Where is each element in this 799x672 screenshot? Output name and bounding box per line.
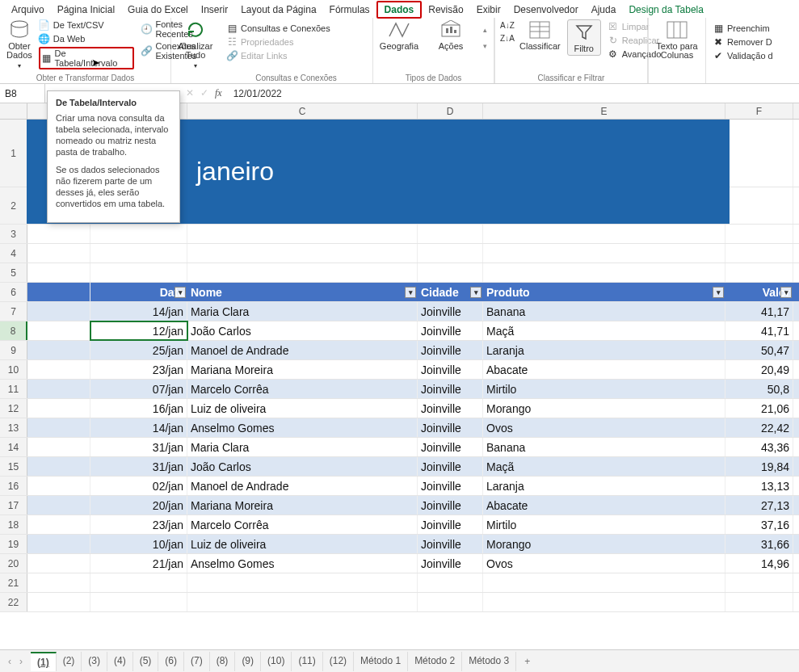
cell-valor[interactable]: 14,96 xyxy=(725,554,793,573)
cell-data[interactable]: 21/jan xyxy=(90,554,187,573)
sheet-tab[interactable]: (7) xyxy=(184,652,210,671)
cell-data[interactable]: 02/jan xyxy=(90,477,187,495)
tab-revisao[interactable]: Revisão xyxy=(422,2,469,17)
col-header-f[interactable]: F xyxy=(725,103,793,119)
row-header[interactable]: 19 xyxy=(0,535,27,553)
cell-cidade[interactable]: Joinville xyxy=(418,554,483,573)
cell-data[interactable]: 10/jan xyxy=(90,535,187,553)
cell-produto[interactable]: Mirtilo xyxy=(483,515,725,534)
cell-cidade[interactable]: Joinville xyxy=(418,380,483,398)
sheet-tab[interactable]: Método 2 xyxy=(408,652,462,671)
cell-valor[interactable]: 50,8 xyxy=(725,380,793,398)
cell-empty[interactable] xyxy=(90,263,187,282)
cell-cidade[interactable]: Joinville xyxy=(418,457,483,476)
sheet-tab[interactable]: (6) xyxy=(158,652,184,671)
cell-empty[interactable] xyxy=(418,263,483,282)
sort-desc-button[interactable]: Z↓A xyxy=(502,32,513,44)
confirm-icon[interactable]: ✓ xyxy=(200,87,208,99)
sort-asc-button[interactable]: A↓Z xyxy=(502,19,513,31)
cell-cidade[interactable]: Joinville xyxy=(418,438,483,456)
cell-cidade[interactable]: Joinville xyxy=(418,496,483,514)
row-header[interactable]: 7 xyxy=(0,302,27,321)
cell-cidade[interactable]: Joinville xyxy=(418,515,483,534)
tab-design-tabela[interactable]: Design da Tabela xyxy=(622,2,710,17)
cell-produto[interactable]: Laranja xyxy=(483,341,725,359)
formula-bar[interactable]: 12/01/2022 xyxy=(227,88,288,99)
cell-empty[interactable] xyxy=(90,573,187,592)
row-header[interactable]: 8 xyxy=(0,321,27,340)
cell-data[interactable]: 20/jan xyxy=(90,496,187,514)
row-header[interactable]: 11 xyxy=(0,380,27,398)
row-header[interactable]: 14 xyxy=(0,438,27,456)
cell-valor[interactable]: 20,49 xyxy=(725,360,793,379)
cell-valor[interactable]: 13,13 xyxy=(725,477,793,495)
chevron-down-icon[interactable]: ▾ xyxy=(483,42,487,50)
col-header-c[interactable]: C xyxy=(187,103,418,119)
cell-produto[interactable]: Laranja xyxy=(483,477,725,495)
editar-links-button[interactable]: 🔗 Editar Links xyxy=(226,50,330,61)
cell-cidade[interactable]: Joinville xyxy=(418,535,483,553)
select-all-corner[interactable] xyxy=(0,103,27,119)
cell-nome[interactable]: Marcelo Corrêa xyxy=(187,380,418,398)
table-header[interactable]: Produto▾ xyxy=(483,283,725,301)
de-tabela-intervalo-button[interactable]: ▦ De Tabela/Intervalo ➤ xyxy=(39,47,135,69)
cell-data[interactable]: 31/jan xyxy=(90,438,187,456)
cell-valor[interactable]: 37,16 xyxy=(725,515,793,534)
chevron-up-icon[interactable]: ▴ xyxy=(483,26,487,34)
cell-empty[interactable] xyxy=(483,573,725,592)
cell-produto[interactable]: Morango xyxy=(483,535,725,553)
table-header[interactable]: Data▾ xyxy=(90,283,187,301)
cell-data[interactable]: 31/jan xyxy=(90,457,187,476)
sheet-tab[interactable]: (9) xyxy=(235,652,261,671)
cell-valor[interactable]: 50,47 xyxy=(725,341,793,359)
sheet-tab[interactable]: Método 1 xyxy=(354,652,408,671)
cell-data[interactable]: 23/jan xyxy=(90,515,187,534)
add-sheet-button[interactable]: + xyxy=(516,656,538,667)
cell-nome[interactable]: João Carlos xyxy=(187,321,418,340)
filter-dropdown-icon[interactable]: ▾ xyxy=(470,287,482,298)
cell-empty[interactable] xyxy=(90,244,187,262)
cell-data[interactable]: 12/jan xyxy=(90,321,187,340)
tab-guia-excel[interactable]: Guia do Excel xyxy=(121,2,195,17)
cell-nome[interactable]: Maria Clara xyxy=(187,438,418,456)
cell-cidade[interactable]: Joinville xyxy=(418,302,483,321)
cell-empty[interactable] xyxy=(725,187,793,224)
atualizar-tudo-button[interactable]: Atualizar Tudo ▾ xyxy=(178,19,213,70)
cell-valor[interactable]: 27,13 xyxy=(725,496,793,514)
cell-valor[interactable]: 31,66 xyxy=(725,535,793,553)
cell-empty[interactable] xyxy=(483,225,725,243)
fx-icon[interactable]: fx xyxy=(215,87,222,99)
cell-empty[interactable] xyxy=(725,225,793,243)
filter-dropdown-icon[interactable]: ▾ xyxy=(713,287,724,298)
sheet-tab[interactable]: (3) xyxy=(82,652,107,671)
cell-data[interactable]: 23/jan xyxy=(90,360,187,379)
tab-arquivo[interactable]: Arquivo xyxy=(5,2,51,17)
row-header[interactable]: 15 xyxy=(0,457,27,476)
cell-data[interactable]: 07/jan xyxy=(90,380,187,398)
cell-empty[interactable] xyxy=(483,593,725,611)
propriedades-button[interactable]: ☷ Propriedades xyxy=(226,36,330,48)
cell-data[interactable]: 25/jan xyxy=(90,341,187,359)
sheet-tab[interactable]: (12) xyxy=(323,652,354,671)
tab-exibir[interactable]: Exibir xyxy=(470,2,507,17)
cell-valor[interactable]: 41,71 xyxy=(725,321,793,340)
row-header[interactable]: 3 xyxy=(0,225,27,243)
cell-empty[interactable] xyxy=(483,263,725,282)
sheet-tab[interactable]: (2) xyxy=(57,652,82,671)
cell-nome[interactable]: Marcelo Corrêa xyxy=(187,515,418,534)
row-header[interactable]: 17 xyxy=(0,496,27,514)
sheet-tab[interactable]: (4) xyxy=(107,652,133,671)
cell-nome[interactable]: João Carlos xyxy=(187,457,418,476)
tab-inserir[interactable]: Inserir xyxy=(195,2,234,17)
table-header[interactable]: Valor▾ xyxy=(725,283,793,301)
cancel-icon[interactable]: ✕ xyxy=(186,87,194,99)
preenchimento-button[interactable]: ▦ Preenchim xyxy=(713,23,773,34)
cell-cidade[interactable]: Joinville xyxy=(418,360,483,379)
cell-produto[interactable]: Abacate xyxy=(483,360,725,379)
sheet-tab[interactable]: (8) xyxy=(210,652,236,671)
cell-produto[interactable]: Banana xyxy=(483,302,725,321)
cell-empty[interactable] xyxy=(725,573,793,592)
table-header[interactable]: Cidade▾ xyxy=(418,283,483,301)
col-header-d[interactable]: D xyxy=(418,103,483,119)
row-header[interactable]: 20 xyxy=(0,554,27,573)
